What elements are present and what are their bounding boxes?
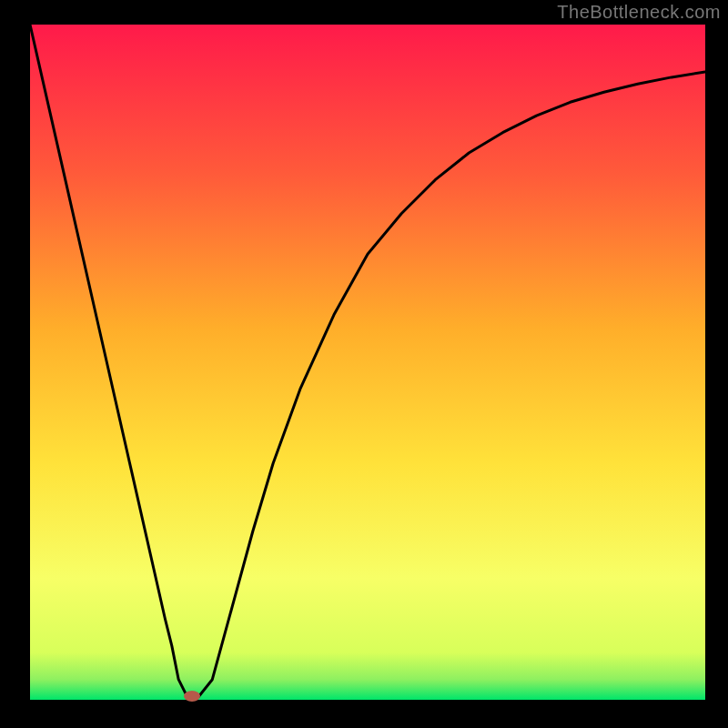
gradient-background	[30, 25, 705, 700]
watermark-label: TheBottleneck.com	[557, 2, 721, 23]
plot-area	[30, 25, 705, 700]
min-marker	[184, 691, 200, 702]
chart-frame: TheBottleneck.com	[0, 0, 728, 728]
plot-svg	[30, 25, 705, 700]
